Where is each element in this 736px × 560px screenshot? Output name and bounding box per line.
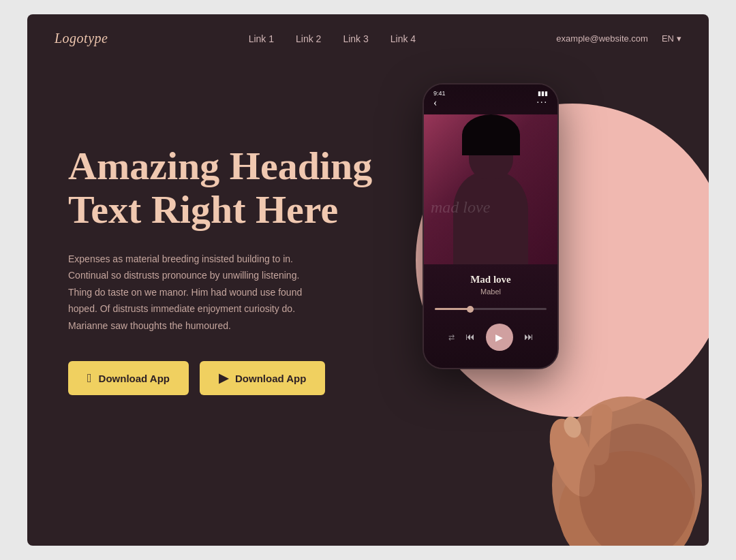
more-options-icon[interactable]: ··· (537, 97, 549, 108)
chevron-down-icon: ▾ (677, 33, 681, 44)
song-title: Mad love (431, 274, 551, 285)
nav-link-4[interactable]: Link 4 (390, 33, 416, 44)
left-content: Amazing Heading Text Right Here Expenses… (68, 90, 423, 395)
nav-item-3[interactable]: Link 3 (343, 33, 368, 45)
nav-link-2[interactable]: Link 2 (296, 33, 321, 44)
google-download-button[interactable]: ▶ Download App (200, 361, 325, 395)
nav-right: example@website.com EN ▾ (556, 33, 681, 44)
nav-email: example@website.com (556, 33, 648, 44)
progress-dot (467, 306, 474, 313)
nav-link-3[interactable]: Link 3 (343, 33, 368, 44)
main-content: Amazing Heading Text Right Here Expenses… (27, 63, 709, 540)
apple-download-button[interactable]:  Download App (68, 361, 189, 395)
nav-item-2[interactable]: Link 2 (296, 33, 321, 45)
shuffle-icon[interactable]: ⇄ (448, 333, 455, 342)
nav-link-1[interactable]: Link 1 (249, 33, 274, 44)
shoulder-shape (453, 172, 528, 264)
head-shape (469, 128, 513, 179)
nav-item-4[interactable]: Link 4 (390, 33, 416, 45)
navbar: Logotype Link 1 Link 2 Link 3 Link 4 exa… (27, 14, 709, 63)
play-icon: ▶ (495, 332, 503, 343)
main-heading: Amazing Heading Text Right Here (68, 144, 423, 232)
nav-item-1[interactable]: Link 1 (249, 33, 274, 45)
google-play-icon: ▶ (219, 371, 228, 386)
back-icon[interactable]: ‹ (433, 97, 437, 109)
hand-svg (532, 294, 709, 546)
play-button[interactable]: ▶ (486, 324, 513, 351)
apple-icon:  (87, 371, 92, 386)
hand-image (532, 294, 709, 546)
nav-links: Link 1 Link 2 Link 3 Link 4 (249, 33, 416, 45)
artist-silhouette (453, 128, 528, 264)
nav-lang-selector[interactable]: EN ▾ (662, 33, 681, 44)
page-wrapper: Logotype Link 1 Link 2 Link 3 Link 4 exa… (27, 14, 709, 546)
right-content: 9:41 ▮▮▮ ‹ ··· (382, 63, 709, 540)
album-text-overlay: mad love (431, 198, 490, 217)
hair-shape (462, 114, 520, 155)
previous-icon[interactable]: ⏮ (465, 332, 475, 343)
hero-description: Expenses as material breeding insisted b… (68, 251, 313, 335)
progress-bar[interactable] (435, 308, 547, 310)
album-art: mad love (424, 114, 557, 264)
logo: Logotype (55, 31, 108, 46)
player-header: ‹ ··· (424, 84, 557, 114)
buttons-row:  Download App ▶ Download App (68, 361, 423, 395)
